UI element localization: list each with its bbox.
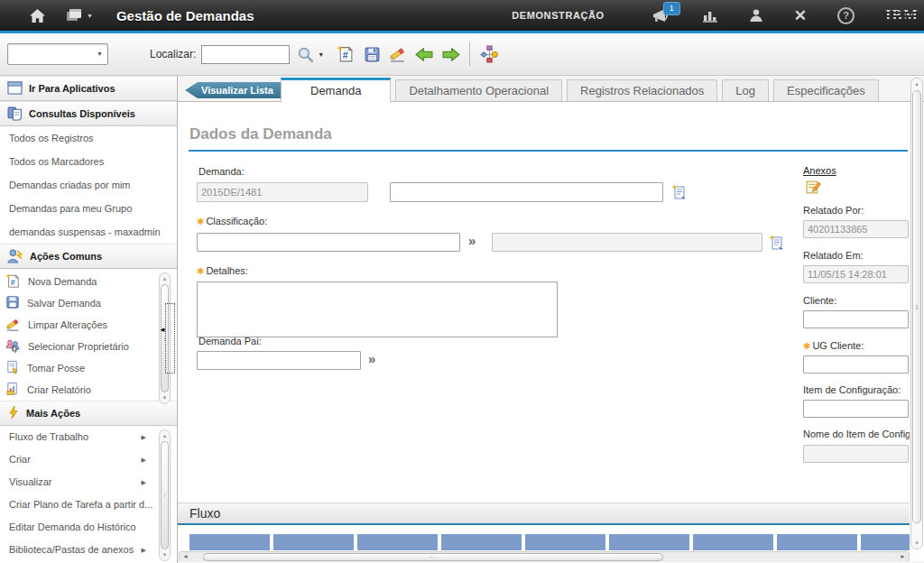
home-icon[interactable] xyxy=(29,8,46,23)
search-icon[interactable] xyxy=(294,42,316,66)
query-item[interactable]: Todos os Marcadores xyxy=(0,150,177,173)
query-item[interactable]: Demandas para meu Grupo xyxy=(0,197,177,220)
fluxo-step-bar[interactable] xyxy=(693,534,773,550)
nome-item-configuracao-label: Nome do Item de Configu xyxy=(803,429,910,439)
view-list-button[interactable]: Visualizar Lista xyxy=(185,82,282,98)
find-label: Localizar: xyxy=(150,48,196,60)
action-item[interactable]: # Nova Demanda xyxy=(0,271,177,292)
action-item[interactable]: Tomar Posse xyxy=(0,357,177,379)
fluxo-step-bar[interactable] xyxy=(357,534,438,550)
demanda-pai-label: Demanda Pai: xyxy=(199,336,262,346)
scroll-down-icon[interactable]: ▼ xyxy=(160,395,170,401)
more-action-item[interactable]: Visualizar ▶ xyxy=(0,471,177,494)
previous-record-icon[interactable] xyxy=(413,42,435,66)
anexos-link[interactable]: Anexos xyxy=(803,165,836,176)
scroll-up-icon[interactable]: ▲ xyxy=(911,81,922,87)
workflow-route-icon[interactable] xyxy=(478,42,500,66)
sidebar-section-available-queries[interactable]: Consultas Disponíveis xyxy=(0,101,177,126)
application-window: ▼ Gestão de Demandas DEMONSTRAÇÃO 1 ✕ ? … xyxy=(0,0,924,563)
scrollbar-thumb[interactable] xyxy=(161,441,169,549)
new-record-icon[interactable]: # xyxy=(335,42,356,66)
action-item[interactable]: Selecionar Proprietário xyxy=(0,336,177,357)
find-input[interactable] xyxy=(201,45,290,64)
fluxo-step-bar[interactable] xyxy=(189,534,270,550)
relatado-em-field xyxy=(803,265,909,283)
scroll-up-icon[interactable]: ▲ xyxy=(160,433,170,438)
screens-menu-icon[interactable]: ▼ xyxy=(66,8,93,23)
cliente-field[interactable] xyxy=(803,310,909,328)
clear-changes-icon[interactable] xyxy=(387,42,409,66)
sidebar-section-common-actions[interactable]: Ações Comuns xyxy=(0,244,177,269)
scroll-down-icon[interactable]: ▼ xyxy=(911,540,922,546)
detail-menu-icon[interactable]: » xyxy=(468,233,476,248)
query-item[interactable]: demandas suspensas - maxadmin xyxy=(0,220,177,244)
search-options-caret-icon[interactable]: ▼ xyxy=(318,51,324,58)
scroll-up-icon[interactable]: ▲ xyxy=(160,276,170,282)
item-configuracao-field[interactable] xyxy=(803,400,909,418)
sidebar-section-more-actions[interactable]: Mais Ações xyxy=(0,401,177,426)
horizontal-scrollbar[interactable]: ◄ ► xyxy=(179,551,910,561)
scrollbar-thumb[interactable] xyxy=(912,90,921,523)
query-item[interactable]: Todos os Registros xyxy=(0,126,177,150)
fluxo-step-bar[interactable] xyxy=(861,534,910,550)
attachments-icon[interactable] xyxy=(805,179,822,199)
fluxo-step-bar[interactable] xyxy=(777,534,857,550)
item-configuracao-label: Item de Configuração: xyxy=(803,384,901,395)
scroll-right-icon[interactable]: ► xyxy=(900,553,906,559)
section-divider xyxy=(189,150,908,152)
more-action-item[interactable]: Editar Demanda do Histórico xyxy=(0,516,177,539)
action-item[interactable]: Limpar Alterações xyxy=(0,314,177,336)
detalhes-textarea[interactable] xyxy=(197,282,558,337)
more-action-item[interactable]: Fluxo de Trabalho ▶ xyxy=(0,426,177,448)
top-navigation-bar: ▼ Gestão de Demandas DEMONSTRAÇÃO 1 ✕ ? … xyxy=(0,0,924,31)
tab-log[interactable]: Log xyxy=(722,79,769,103)
vertical-scrollbar[interactable]: ▲ ▼ xyxy=(910,78,923,549)
tab-demanda[interactable]: Demanda xyxy=(281,78,391,103)
tab-especificacoes[interactable]: Especificações xyxy=(773,79,879,103)
more-action-item[interactable]: Criar ▶ xyxy=(0,448,177,471)
action-item[interactable]: Salvar Demanda xyxy=(0,292,177,314)
more-action-item[interactable]: Criar Plano de Tarefa a partir d... xyxy=(0,494,177,516)
help-icon[interactable]: ? xyxy=(837,7,855,24)
submenu-arrow-icon: ▶ xyxy=(142,426,146,448)
reports-chart-icon[interactable] xyxy=(702,9,718,23)
caret-down-icon: ▼ xyxy=(87,13,93,19)
announcements-icon[interactable]: 1 xyxy=(651,8,671,23)
fluxo-step-bar[interactable] xyxy=(273,534,354,550)
long-description-icon[interactable] xyxy=(769,235,784,254)
nome-item-configuracao-field xyxy=(803,445,909,463)
tab-registros-relacionados[interactable]: Registros Relacionados xyxy=(567,79,717,103)
scrollbar-thumb[interactable] xyxy=(203,553,663,561)
more-action-item[interactable]: Biblioteca/Pastas de anexos ▶ xyxy=(0,539,177,561)
clear-changes-icon xyxy=(5,317,21,334)
sidebar-section-go-to-applications[interactable]: Ir Para Aplicativos xyxy=(0,76,177,101)
person-lightning-icon xyxy=(7,248,23,265)
detail-menu-icon[interactable]: » xyxy=(368,351,375,366)
action-item[interactable]: Criar Relatório xyxy=(0,379,177,401)
fluxo-step-bar[interactable] xyxy=(609,534,689,550)
long-description-icon[interactable] xyxy=(671,184,687,203)
ug-cliente-field[interactable] xyxy=(803,355,909,374)
demanda-label: Demanda: xyxy=(199,166,245,177)
relatado-por-field xyxy=(803,220,909,238)
sidebar-collapse-handle[interactable]: ◄ xyxy=(165,303,175,374)
demanda-description-field[interactable] xyxy=(390,182,663,202)
scroll-down-icon[interactable]: ▼ xyxy=(160,552,170,558)
section-title: Dados da Demanda xyxy=(189,125,332,143)
more-actions-scrollbar[interactable]: ▲ ▼ xyxy=(159,429,171,561)
svg-text:#: # xyxy=(11,277,15,286)
query-item[interactable]: Demandas criadas por mim xyxy=(0,173,177,197)
profile-icon[interactable] xyxy=(749,8,763,23)
logout-close-icon[interactable]: ✕ xyxy=(794,8,807,23)
collapse-left-icon: ◄ xyxy=(159,326,166,334)
next-record-icon[interactable] xyxy=(439,42,461,66)
tab-detalhamento-operacional[interactable]: Detalhamento Operacional xyxy=(395,79,562,103)
classificacao-field[interactable] xyxy=(197,233,460,252)
scroll-left-icon[interactable]: ◄ xyxy=(182,553,189,559)
fluxo-step-bar[interactable] xyxy=(441,534,522,550)
action-select-dropdown[interactable]: ▼ xyxy=(7,43,108,65)
caret-down-icon: ▼ xyxy=(97,51,103,57)
save-icon[interactable] xyxy=(361,42,383,66)
fluxo-step-bar[interactable] xyxy=(525,534,605,550)
demanda-pai-field[interactable] xyxy=(197,351,361,370)
